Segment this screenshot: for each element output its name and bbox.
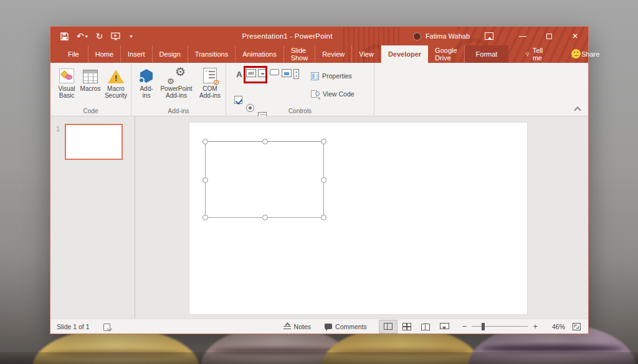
notes-label: Notes xyxy=(294,323,311,330)
slide-canvas[interactable] xyxy=(189,123,527,314)
resize-handle-w[interactable] xyxy=(202,177,208,183)
macro-security-label: Macro Security xyxy=(103,85,129,99)
titlebar-right-controls: Fatima Wahab — ✕ xyxy=(413,27,588,45)
signed-in-user[interactable]: Fatima Wahab xyxy=(426,32,470,40)
com-add-ins-button[interactable]: ✓✓ ⚙ COM Add-ins xyxy=(196,66,224,99)
tab-animations[interactable]: Animations xyxy=(236,45,283,63)
comments-button[interactable]: Comments xyxy=(318,319,374,334)
redo-icon: ↻ xyxy=(96,32,103,40)
tab-view[interactable]: View xyxy=(352,45,381,63)
proofing-icon[interactable] xyxy=(103,323,112,330)
ribbon-group-controls: A abl ◂▸ ▴▾ Properties xyxy=(226,63,374,116)
controls-icon-grid: A abl ◂▸ ▴▾ xyxy=(234,69,306,99)
textbox-control-shape[interactable] xyxy=(205,141,324,218)
tab-developer[interactable]: Developer xyxy=(381,45,428,63)
scroll-bar-control-icon[interactable]: ▴▾ xyxy=(293,69,299,79)
status-bar: Slide 1 of 1 Notes Comments − + xyxy=(50,319,588,334)
tab-google-drive[interactable]: Google Drive xyxy=(428,45,464,63)
customize-qat-button[interactable]: ▾ xyxy=(128,34,132,39)
zoom-slider-thumb[interactable] xyxy=(482,323,485,330)
add-ins-label: Add-ins xyxy=(136,85,156,99)
notes-icon xyxy=(283,324,291,330)
slide-show-view-button[interactable] xyxy=(435,320,454,334)
slide-sorter-icon xyxy=(402,323,411,330)
resize-handle-n[interactable] xyxy=(262,139,268,144)
label-control-icon[interactable]: A xyxy=(234,69,244,79)
user-avatar[interactable] xyxy=(413,32,421,40)
undo-icon: ↶ xyxy=(77,32,84,40)
macros-button[interactable]: Macros xyxy=(79,66,102,92)
title-bar: ↶ ▾ ↻ ▾ Presentation1 - PowerPoint Fatim… xyxy=(50,27,588,45)
normal-view-button[interactable] xyxy=(379,320,398,334)
ribbon-display-options-icon[interactable] xyxy=(485,32,493,40)
close-button[interactable]: ✕ xyxy=(562,27,588,45)
collapse-ribbon-icon[interactable] xyxy=(574,107,581,111)
powerpoint-add-ins-icon: ⚙⚙ xyxy=(167,67,186,83)
com-add-ins-label: COM Add-ins xyxy=(196,85,224,99)
resize-handle-sw[interactable] xyxy=(202,215,208,220)
check-box-control-icon[interactable] xyxy=(234,96,242,104)
slide-thumbnail[interactable] xyxy=(65,124,123,160)
tab-design[interactable]: Design xyxy=(153,45,188,63)
image-control-icon[interactable] xyxy=(282,69,292,77)
group-title-add-ins: Add-ins xyxy=(131,108,226,114)
visual-basic-label: Visual Basic xyxy=(55,85,78,99)
slide-number: 1 xyxy=(56,125,60,133)
quick-access-toolbar: ↶ ▾ ↻ ▾ xyxy=(50,32,133,40)
powerpoint-add-ins-button[interactable]: ⚙⚙ PowerPoint Add-ins xyxy=(158,66,195,99)
tab-slide-show[interactable]: Slide Show xyxy=(284,45,316,63)
resize-handle-ne[interactable] xyxy=(321,139,326,144)
maximize-button[interactable] xyxy=(536,27,562,45)
tell-me-button[interactable]: Tell me xyxy=(520,45,551,63)
zoom-level[interactable]: 46% xyxy=(544,323,565,330)
zoom-control: − + xyxy=(462,322,538,331)
slide-sorter-view-button[interactable] xyxy=(398,320,416,334)
share-label: Share xyxy=(581,50,599,58)
slide-show-icon xyxy=(440,323,448,330)
save-icon[interactable] xyxy=(60,32,69,40)
command-button-control-icon[interactable] xyxy=(270,69,279,75)
group-title-code: Code xyxy=(50,108,131,114)
resize-handle-e[interactable] xyxy=(321,177,326,183)
macros-label: Macros xyxy=(80,85,101,92)
zoom-slider[interactable] xyxy=(472,326,528,327)
slide-thumbnail-panel: 1 xyxy=(50,116,135,319)
ribbon-tab-bar: File Home Insert Design Transitions Anim… xyxy=(50,45,588,63)
macro-security-button[interactable]: ! Macro Security xyxy=(103,66,129,99)
tab-review[interactable]: Review xyxy=(315,45,352,63)
resize-handle-se[interactable] xyxy=(321,215,326,220)
start-slideshow-button[interactable] xyxy=(111,32,120,40)
redo-button[interactable]: ↻ xyxy=(96,32,103,40)
tab-home[interactable]: Home xyxy=(88,45,121,63)
undo-button[interactable]: ↶ ▾ xyxy=(77,32,88,40)
fit-to-window-icon[interactable] xyxy=(573,323,581,330)
tab-insert[interactable]: Insert xyxy=(121,45,153,63)
zoom-in-button[interactable]: + xyxy=(533,322,538,331)
properties-button[interactable]: Properties xyxy=(311,70,373,82)
lightbulb-icon xyxy=(526,50,529,58)
view-switcher xyxy=(379,320,454,334)
tab-format[interactable]: Format xyxy=(465,45,509,63)
resize-handle-nw[interactable] xyxy=(202,139,208,144)
reading-view-button[interactable] xyxy=(416,320,435,334)
tab-transitions[interactable]: Transitions xyxy=(188,45,236,63)
notes-button[interactable]: Notes xyxy=(277,319,318,334)
view-code-icon xyxy=(311,90,320,98)
properties-icon xyxy=(311,72,319,80)
undo-caret-icon[interactable]: ▾ xyxy=(85,34,88,39)
feedback-smiley-icon[interactable] xyxy=(571,49,581,58)
zoom-out-button[interactable]: − xyxy=(462,322,467,331)
visual-basic-button[interactable]: Visual Basic xyxy=(55,66,78,99)
macro-security-icon: ! xyxy=(108,70,124,83)
comments-icon xyxy=(325,324,332,329)
add-ins-icon xyxy=(139,68,154,83)
reading-view-icon xyxy=(421,324,430,330)
resize-handle-s[interactable] xyxy=(262,215,268,220)
controls-side-buttons: Properties View Code xyxy=(311,70,373,106)
minimize-button[interactable]: — xyxy=(510,27,536,45)
add-ins-button[interactable]: Add-ins xyxy=(136,66,156,99)
ribbon-group-add-ins: Add-ins ⚙⚙ PowerPoint Add-ins ✓✓ ⚙ COM A… xyxy=(131,63,226,116)
powerpoint-window: ↶ ▾ ↻ ▾ Presentation1 - PowerPoint Fatim… xyxy=(50,26,589,334)
tab-file[interactable]: File xyxy=(59,45,88,63)
view-code-button[interactable]: View Code xyxy=(311,88,373,100)
